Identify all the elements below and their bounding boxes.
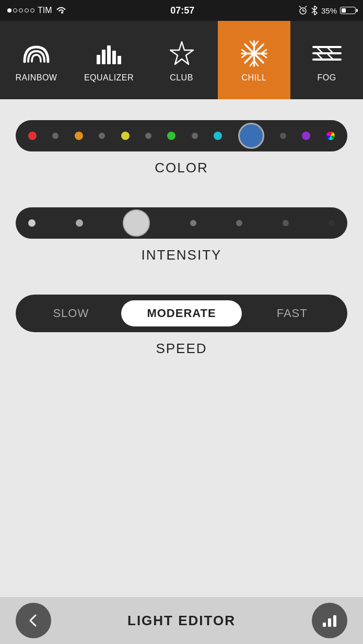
intensity-thumb[interactable] <box>123 209 150 237</box>
battery-icon <box>340 7 356 14</box>
speed-fast-button[interactable]: FAST <box>242 307 342 320</box>
svg-rect-31 <box>328 618 331 627</box>
svg-rect-30 <box>323 623 326 627</box>
tab-fog-label: FOG <box>317 73 336 83</box>
status-right: 35% <box>298 6 356 15</box>
signal-dots <box>7 8 34 13</box>
color-dot-gray5[interactable] <box>280 133 286 139</box>
color-dot-cyan[interactable] <box>214 132 222 140</box>
battery-percent: 35% <box>321 6 337 15</box>
chart-button[interactable] <box>312 603 347 638</box>
intensity-dot-6 <box>329 220 335 226</box>
intensity-dot-5 <box>283 220 289 226</box>
tab-club-label: CLUB <box>170 73 193 83</box>
tab-chill[interactable]: CHILL <box>218 21 290 99</box>
rainbow-icon <box>21 38 52 69</box>
speed-control[interactable]: SLOW MODERATE FAST <box>16 295 347 332</box>
status-time: 07:57 <box>170 5 194 16</box>
intensity-section: INTENSITY <box>16 207 347 263</box>
main-content: COLOR INTENSITY SLOW MODERATE FAST SPEED <box>0 99 363 367</box>
bottom-bar: LIGHT EDITOR <box>0 597 363 644</box>
intensity-dot-4 <box>236 220 242 226</box>
intensity-dot-1 <box>28 219 36 227</box>
tab-fog[interactable]: FOG <box>290 21 363 99</box>
svg-rect-6 <box>102 50 106 64</box>
tab-chill-label: CHILL <box>242 73 267 83</box>
status-left: TIM <box>7 6 67 15</box>
color-dot-yellow[interactable] <box>121 132 130 140</box>
chill-snowflake-icon <box>239 38 270 69</box>
color-dots <box>28 123 335 149</box>
svg-rect-9 <box>118 56 121 64</box>
svg-rect-7 <box>107 45 111 64</box>
intensity-label: INTENSITY <box>16 247 347 263</box>
svg-line-4 <box>305 6 307 7</box>
club-star-icon <box>166 38 197 69</box>
tab-equalizer[interactable]: EQUALIZER <box>73 21 145 99</box>
equalizer-icon <box>93 38 125 69</box>
svg-marker-10 <box>170 42 193 64</box>
bottom-title: LIGHT EDITOR <box>127 613 236 629</box>
color-dot-gray1[interactable] <box>52 133 58 139</box>
intensity-dot-3 <box>190 220 196 226</box>
color-dot-orange[interactable] <box>75 132 83 140</box>
carrier-label: TIM <box>38 6 52 15</box>
svg-line-3 <box>299 6 301 7</box>
svg-rect-5 <box>97 55 100 64</box>
signal-dot-4 <box>25 8 29 13</box>
color-section: COLOR <box>16 120 347 176</box>
status-bar: TIM 07:57 35% <box>0 0 363 21</box>
tab-club[interactable]: CLUB <box>145 21 218 99</box>
color-dot-blue-selected[interactable] <box>238 123 264 149</box>
bluetooth-icon <box>311 6 318 15</box>
intensity-slider-track[interactable] <box>16 207 347 239</box>
svg-rect-32 <box>333 615 336 627</box>
speed-slow-button[interactable]: SLOW <box>21 307 121 320</box>
color-dot-red[interactable] <box>28 132 37 140</box>
wifi-icon <box>55 6 67 15</box>
signal-dot-3 <box>19 8 23 13</box>
intensity-dot-2 <box>76 219 83 227</box>
signal-dot-2 <box>13 8 17 13</box>
tab-rainbow-label: RAINBOW <box>16 73 57 83</box>
battery-fill <box>342 8 346 13</box>
tab-equalizer-label: EQUALIZER <box>84 73 134 83</box>
color-dot-purple[interactable] <box>302 132 310 140</box>
svg-rect-8 <box>112 51 116 64</box>
signal-dot-1 <box>7 8 11 13</box>
color-slider-track[interactable] <box>16 120 347 151</box>
fog-icon <box>311 38 343 69</box>
tab-bar: RAINBOW EQUALIZER CLUB <box>0 21 363 99</box>
color-dot-green[interactable] <box>167 132 175 140</box>
intensity-dots <box>28 209 335 237</box>
color-dot-gray4[interactable] <box>192 133 198 139</box>
alarm-icon <box>298 6 308 15</box>
signal-dot-5 <box>30 8 34 13</box>
color-dot-rainbow[interactable] <box>326 132 335 140</box>
speed-moderate-button[interactable]: MODERATE <box>121 300 242 326</box>
color-dot-gray2[interactable] <box>99 133 105 139</box>
speed-label: SPEED <box>16 341 347 357</box>
speed-section: SLOW MODERATE FAST SPEED <box>16 295 347 357</box>
back-button[interactable] <box>16 603 51 638</box>
back-icon <box>26 613 41 628</box>
color-label: COLOR <box>16 160 347 176</box>
color-dot-gray3[interactable] <box>145 133 151 139</box>
chart-icon <box>322 613 337 628</box>
tab-rainbow[interactable]: RAINBOW <box>0 21 73 99</box>
